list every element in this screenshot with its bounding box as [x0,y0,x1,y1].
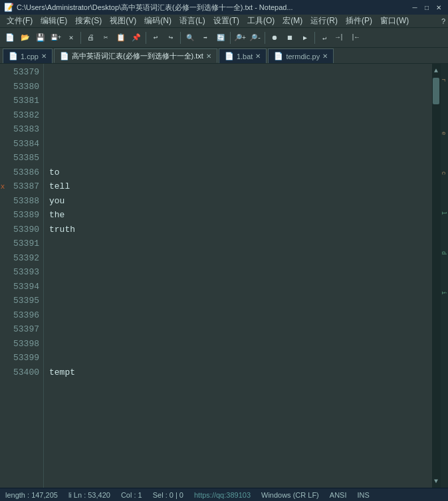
ln-53391: 53391 [8,237,39,251]
menu-search[interactable]: 搜索(S) [71,15,106,27]
left-x-1 [0,165,5,180]
toolbar-paste[interactable]: 📌 [129,31,144,45]
toolbar-cut[interactable]: ✂ [98,31,113,45]
code-line-53387: tell [49,179,427,194]
tab-txt-close[interactable]: ✕ [206,52,211,60]
code-line-53379 [49,65,427,80]
toolbar-indent[interactable]: →| [332,31,347,45]
toolbar-macro-record[interactable]: ⏺ [267,31,282,45]
toolbar-sep-6 [314,32,315,44]
title-bar-left: 📝 C:\Users\Administrator\Desktop\高中英语词汇表… [4,3,293,13]
code-line-53388: you [49,194,427,209]
code-line-53397 [49,322,427,337]
ln-53393: 53393 [8,265,39,280]
status-col: Col : 1 [121,491,142,499]
toolbar-sep-3 [180,32,181,44]
toolbar-close[interactable]: ✕ [64,31,78,45]
minimize-button[interactable]: ─ [409,2,420,13]
tab-bat-label: 1.bat [237,52,253,60]
menu-language[interactable]: 语言(L) [175,15,209,27]
tab-cpp-label: 1.cpp [21,52,39,60]
close-button[interactable]: ✕ [433,2,444,13]
maximize-button[interactable]: □ [421,2,432,13]
toolbar-copy[interactable]: 📋 [114,31,128,45]
menu-help[interactable]: ? [441,17,445,25]
ln-53388: 53388 [8,194,39,209]
scroll-up-btn[interactable]: ▲ [432,64,440,77]
menu-macro[interactable]: 宏(M) [279,15,306,27]
scrollbar[interactable]: ▲ ▼ [432,64,440,488]
code-line-53391 [49,237,427,251]
toolbar-sep-1 [80,32,81,44]
toolbar-outdent[interactable]: |← [348,31,362,45]
code-line-53385 [49,151,427,165]
menu-run[interactable]: 运行(R) [306,15,342,27]
tab-py-label: termdic.py [286,52,320,60]
toolbar-undo[interactable]: ↩ [148,31,163,45]
status-sel: Sel : 0 | 0 [153,491,183,499]
ln-53383: 53383 [8,122,39,137]
toolbar-open[interactable]: 📂 [18,31,33,45]
code-line-53399 [49,351,427,365]
ln-53385: 53385 [8,151,39,165]
ln-53390: 53390 [8,223,39,237]
tab-txt-label: 高中英语词汇表(必修一到选修十一全).txt [72,51,203,61]
ln-53396: 53396 [8,308,39,323]
code-line-53384 [49,137,427,151]
right-panel: r e c l d i [440,64,448,488]
toolbar-redo[interactable]: ↪ [164,31,178,45]
code-content[interactable]: to tell you the truth tempt [44,64,432,488]
toolbar: 📄 📂 💾 💾+ ✕ 🖨 ✂ 📋 📌 ↩ ↪ 🔍 ➡ 🔄 🔎+ 🔎- ⏺ ⏹ ▶… [0,28,448,48]
tab-bat-close[interactable]: ✕ [255,52,261,60]
menu-tools[interactable]: 工具(O) [243,15,279,27]
toolbar-sep-5 [265,32,265,44]
tab-cpp-icon: 📄 [9,52,18,60]
ln-53382: 53382 [8,108,39,123]
left-indicator: x [0,64,5,488]
menu-view[interactable]: 视图(V) [106,15,140,27]
menu-window[interactable]: 窗口(W) [376,15,413,27]
status-encoding: ANSI [330,491,347,499]
menu-plugins[interactable]: 插件(P) [342,15,376,27]
toolbar-find-next[interactable]: ➡ [198,31,213,45]
toolbar-new[interactable]: 📄 [3,31,17,45]
toolbar-zoom-out[interactable]: 🔎- [248,31,263,45]
code-line-53395 [49,294,427,308]
code-line-53381 [49,94,427,108]
editor-area[interactable]: 53379 53380 53381 53382 53383 53384 5338… [5,64,432,488]
toolbar-macro-play[interactable]: ▶ [298,31,312,45]
toolbar-print[interactable]: 🖨 [83,31,98,45]
title-bar: 📝 C:\Users\Administrator\Desktop\高中英语词汇表… [0,0,448,15]
tab-txt[interactable]: 📄 高中英语词汇表(必修一到选修十一全).txt ✕ [54,49,217,63]
tab-py-close[interactable]: ✕ [322,52,328,60]
tab-cpp-close[interactable]: ✕ [41,52,47,60]
menu-edit[interactable]: 编辑(E) [37,15,71,27]
toolbar-find[interactable]: 🔍 [183,31,197,45]
toolbar-save-all[interactable]: 💾+ [49,31,63,45]
code-line-53393 [49,265,427,280]
toolbar-replace[interactable]: 🔄 [213,31,228,45]
right-panel-text-1: r [439,77,448,84]
toolbar-zoom-in[interactable]: 🔎+ [233,31,247,45]
status-line: li Ln : 53,420 [68,491,110,499]
menu-settings[interactable]: 设置(T) [209,15,243,27]
ln-53387: 53387 [8,179,39,194]
toolbar-macro-stop[interactable]: ⏹ [282,31,297,45]
code-line-53382 [49,108,427,123]
ln-53381: 53381 [8,94,39,108]
menu-encoding[interactable]: 编码(N) [140,15,175,27]
tab-py[interactable]: 📄 termdic.py ✕ [268,49,334,63]
ln-53400: 53400 [8,365,39,380]
code-line-53398 [49,337,427,351]
tab-cpp[interactable]: 📄 1.cpp ✕ [3,49,53,63]
toolbar-save[interactable]: 💾 [33,31,48,45]
code-line-53390: truth [49,223,427,237]
toolbar-wordwrap[interactable]: ↵ [317,31,332,45]
ln-53397: 53397 [8,322,39,337]
code-line-53380 [49,80,427,94]
menu-file[interactable]: 文件(F) [3,15,37,27]
code-line-53386: to [49,165,427,180]
app-icon: 📝 [4,3,14,12]
scroll-down-btn[interactable]: ▼ [432,474,440,488]
tab-bat[interactable]: 📄 1.bat ✕ [219,49,267,63]
